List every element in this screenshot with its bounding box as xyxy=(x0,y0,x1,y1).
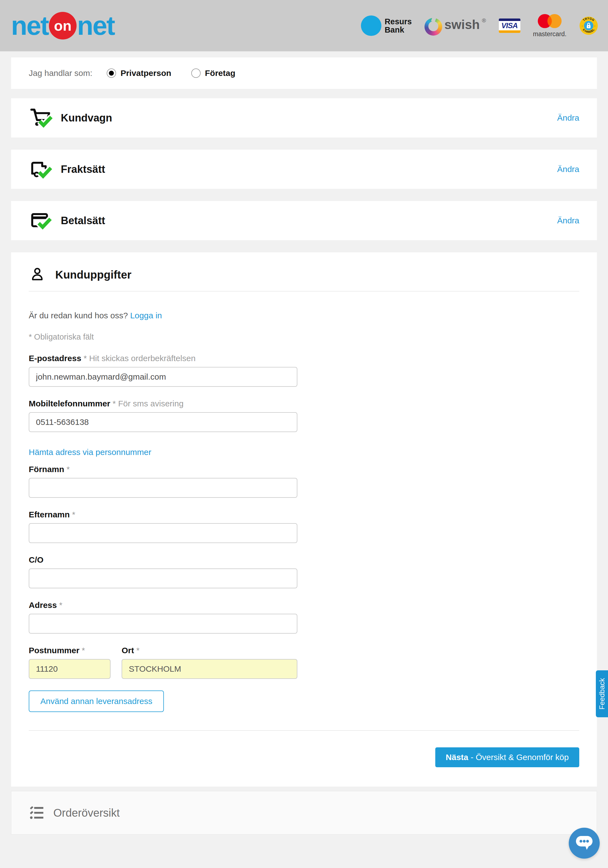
visa-bottom-stripe xyxy=(499,30,520,33)
city-input[interactable] xyxy=(121,659,297,679)
email-required-asterisk: * xyxy=(84,353,89,363)
swish-swirl-icon xyxy=(425,18,442,36)
section-title-betalsatt: Betalsätt xyxy=(61,215,557,227)
resurs-bank-icon xyxy=(361,16,381,36)
logo-on-text: on xyxy=(54,19,72,33)
andra-link-fraktsatt[interactable]: Ändra xyxy=(557,164,579,174)
divider xyxy=(29,291,579,291)
visa-logo: VISA xyxy=(499,19,520,33)
address-field-group: Adress * xyxy=(29,600,297,634)
co-label-text: C/O xyxy=(29,555,44,564)
logo-net-right: net xyxy=(77,12,114,39)
address-input[interactable] xyxy=(29,614,297,634)
truck-check-icon xyxy=(29,157,53,181)
order-overview-title: Orderöversikt xyxy=(53,807,120,819)
lastname-field-group: Efternamn * xyxy=(29,510,297,543)
firstname-label-text: Förnamn xyxy=(29,465,64,474)
lastname-required-asterisk: * xyxy=(72,510,75,519)
radio-foretag-circle[interactable] xyxy=(191,68,201,78)
radio-selected-dot xyxy=(109,71,114,76)
login-link[interactable]: Logga in xyxy=(130,311,162,320)
mobile-label: Mobiltelefonnummer * För sms avisering xyxy=(29,399,297,408)
postalcode-label-text: Postnummer xyxy=(29,646,79,655)
mobile-field-group: Mobiltelefonnummer * För sms avisering xyxy=(29,399,297,432)
email-label: E-postadress * Hit skickas orderbekräfte… xyxy=(29,353,297,363)
next-button-bold-text: Nästa xyxy=(446,753,468,762)
firstname-field-group: Förnamn * xyxy=(29,465,297,498)
login-prompt: Är du redan kund hos oss? Logga in xyxy=(29,311,297,320)
customer-details-card: Kunduppgifter Är du redan kund hos oss? … xyxy=(11,252,597,787)
chat-bubble-icon xyxy=(575,835,594,851)
chat-button[interactable] xyxy=(569,828,600,859)
buyer-type-card: Jag handlar som: Privatperson Företag xyxy=(11,57,597,89)
order-list-icon xyxy=(29,805,45,821)
checkout-page: net on net Resurs Bank swish ® VISA xyxy=(0,0,608,868)
radio-privatperson[interactable]: Privatperson xyxy=(107,68,171,78)
section-title-fraktsatt: Fraktsätt xyxy=(61,163,557,175)
mobile-input[interactable] xyxy=(29,412,297,432)
postalcode-label: Postnummer * xyxy=(29,646,110,655)
header: net on net Resurs Bank swish ® VISA xyxy=(0,0,608,51)
card-check-icon xyxy=(29,208,53,233)
section-betalsatt: Betalsätt Ändra xyxy=(11,201,597,240)
section-title-kundvagn: Kundvagn xyxy=(61,112,557,124)
email-field-group: E-postadress * Hit skickas orderbekräfte… xyxy=(29,353,297,387)
cart-check-icon xyxy=(29,106,53,130)
mastercard-logo: mastercard. xyxy=(533,14,566,38)
co-label: C/O xyxy=(29,555,297,564)
netonnet-logo[interactable]: net on net xyxy=(11,12,114,39)
radio-privatperson-circle[interactable] xyxy=(107,68,116,78)
city-label-text: Ort xyxy=(121,646,134,655)
radio-foretag[interactable]: Företag xyxy=(191,68,235,78)
next-button[interactable]: Nästa - Översikt & Genomför köp xyxy=(435,747,579,767)
andra-link-kundvagn[interactable]: Ändra xyxy=(557,113,579,122)
andra-link-betalsatt[interactable]: Ändra xyxy=(557,216,579,225)
trygg-ehandel-badge: TRYGG E-HANDEL ★ ★ xyxy=(579,16,598,35)
lastname-input[interactable] xyxy=(29,523,297,543)
customer-details-title: Kunduppgifter xyxy=(55,269,132,281)
lastname-label: Efternamn * xyxy=(29,510,297,519)
alt-delivery-button[interactable]: Använd annan leveransadress xyxy=(29,690,164,712)
co-input[interactable] xyxy=(29,569,297,588)
email-label-text: E-postadress xyxy=(29,353,81,363)
mobile-label-text: Mobiltelefonnummer xyxy=(29,399,110,408)
next-button-rest-text: - Översikt & Genomför köp xyxy=(468,753,569,762)
email-hint: Hit skickas orderbekräftelsen xyxy=(89,353,195,363)
firstname-required-asterisk: * xyxy=(67,465,70,474)
firstname-input[interactable] xyxy=(29,478,297,498)
mobile-hint: För sms avisering xyxy=(118,399,183,408)
section-kundvagn: Kundvagn Ändra xyxy=(11,98,597,138)
person-icon xyxy=(29,266,46,283)
svg-text:★: ★ xyxy=(594,25,596,27)
payment-logos: Resurs Bank swish ® VISA mast xyxy=(361,14,598,38)
login-prompt-text: Är du redan kund hos oss? xyxy=(29,311,130,320)
required-fields-note: * Obligatoriska fält xyxy=(29,332,297,341)
swish-registered-mark: ® xyxy=(482,17,486,24)
city-required-asterisk: * xyxy=(136,646,140,655)
lastname-label-text: Efternamn xyxy=(29,510,70,519)
address-label: Adress * xyxy=(29,600,297,610)
feedback-tab[interactable]: Feedback xyxy=(596,670,608,717)
logo-net-left: net xyxy=(11,12,48,39)
mastercard-circles-icon xyxy=(537,14,562,30)
mastercard-wordmark: mastercard. xyxy=(533,30,566,38)
fetch-address-link[interactable]: Hämta adress via personnummer xyxy=(29,448,151,457)
swish-logo: swish ® xyxy=(425,16,486,36)
section-fraktsatt: Fraktsätt Ändra xyxy=(11,150,597,189)
postalcode-input[interactable] xyxy=(29,659,110,679)
city-label: Ort * xyxy=(121,646,297,655)
visa-wordmark: VISA xyxy=(499,21,520,30)
resurs-bank-logo: Resurs Bank xyxy=(361,16,412,36)
postalcode-field-group: Postnummer * xyxy=(29,646,110,679)
svg-text:★: ★ xyxy=(581,25,583,27)
feedback-tab-label: Feedback xyxy=(598,678,606,710)
order-overview-card: Orderöversikt xyxy=(11,791,597,835)
resurs-text-line1: Resurs xyxy=(385,17,412,26)
co-field-group: C/O xyxy=(29,555,297,588)
mobile-required-asterisk: * xyxy=(112,399,118,408)
postalcode-required-asterisk: * xyxy=(82,646,85,655)
email-input[interactable] xyxy=(29,367,297,387)
firstname-label: Förnamn * xyxy=(29,465,297,474)
divider xyxy=(29,730,579,731)
radio-foretag-label: Företag xyxy=(205,68,235,78)
